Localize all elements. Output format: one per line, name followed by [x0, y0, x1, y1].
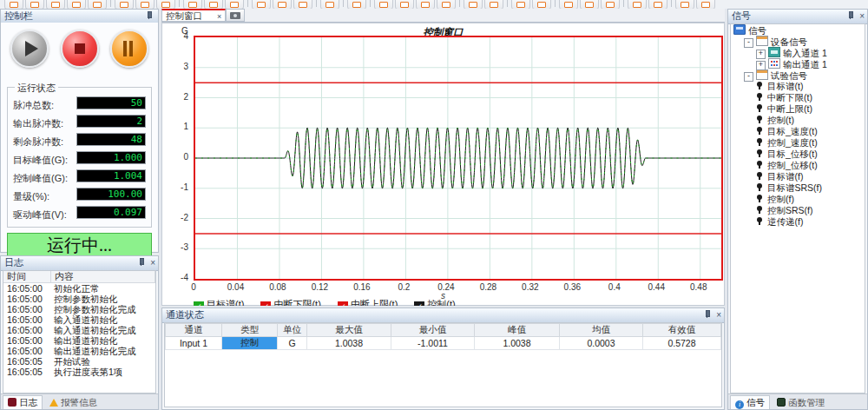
log-row[interactable]: 16:05:00初始化正常	[3, 283, 155, 294]
log-panel-title: 日志	[4, 257, 23, 268]
close-icon[interactable]: ×	[150, 258, 155, 268]
channel-status-title: 通道状态	[166, 309, 204, 320]
log-col-time[interactable]: 时间	[3, 271, 51, 282]
signal-panel-header: 信号 ×	[728, 10, 867, 24]
pin-icon[interactable]	[846, 11, 854, 19]
y-tick-label: 2	[166, 92, 188, 102]
tab-log[interactable]: 日志	[3, 395, 43, 409]
tree-item-input-channel-1[interactable]: +输入通道 1	[731, 47, 865, 58]
waveform-icon	[352, 2, 361, 8]
signal-icon	[756, 206, 765, 215]
stop-icon	[75, 43, 85, 54]
collapse-icon[interactable]: -	[744, 72, 753, 82]
tree-label: 控制_速度(t)	[767, 137, 818, 148]
col-min[interactable]: 最小值	[391, 324, 475, 337]
log-row[interactable]: 16:05:00输出通道初始化完成	[3, 346, 155, 356]
total-pulses-value: 50	[76, 96, 146, 109]
close-icon[interactable]: ×	[217, 11, 221, 22]
tree-item-target-srs-f[interactable]: 目标谱SRS(f)	[731, 182, 865, 194]
col-type[interactable]: 类型	[222, 324, 278, 337]
output-channel-icon	[768, 58, 780, 69]
function-manager-icon	[777, 398, 786, 407]
tree-root-signals[interactable]: 信号	[731, 24, 865, 36]
log-row[interactable]: 16:05:00控制参数初始化完成	[3, 304, 155, 314]
cell-mean: 0.0003	[560, 337, 643, 350]
signal-icon	[756, 138, 765, 147]
log-col-content[interactable]: 内容	[51, 271, 155, 282]
pause-button[interactable]	[110, 30, 148, 68]
stop-button[interactable]	[61, 30, 99, 68]
close-icon[interactable]: ×	[716, 310, 721, 321]
col-channel[interactable]: 通道	[166, 324, 222, 337]
tree-item-output-channel-1[interactable]: +输出通道 1	[731, 58, 865, 69]
log-time: 16:05:00	[3, 294, 50, 304]
toolbar-separator	[247, 0, 248, 7]
tree-item-control-t[interactable]: 控制(t)	[731, 115, 865, 126]
waveform-plot[interactable]	[194, 36, 723, 281]
log-time: 16:05:00	[3, 283, 50, 294]
log-content: 控制参数初始化完成	[50, 304, 155, 314]
folder-icon	[756, 69, 768, 80]
log-row[interactable]: 16:05:05执行进度表第1项	[3, 367, 155, 377]
col-rms[interactable]: 有效值	[643, 324, 721, 337]
tree-label: 控制_位移(t)	[767, 160, 818, 170]
clock-icon	[230, 2, 239, 8]
channel-table-header: 通道 类型 单位 最大值 最小值 峰值 均值 有效值	[166, 324, 721, 337]
log-content: 开始试验	[50, 356, 155, 367]
col-mean[interactable]: 均值	[560, 324, 643, 337]
log-row[interactable]: 16:05:00控制参数初始化	[3, 294, 155, 304]
control-bar-title: 控制栏	[4, 10, 33, 21]
pin-icon[interactable]	[145, 11, 153, 19]
close-icon[interactable]: ×	[859, 11, 865, 22]
tab-snapshot[interactable]	[226, 9, 245, 22]
tab-signal[interactable]: i信号	[730, 395, 770, 409]
tree-item-inverse-transfer-f[interactable]: 逆传递(f)	[731, 216, 865, 228]
tree-item-abort-lower-t[interactable]: 中断下限(t)	[731, 92, 865, 103]
tree-item-control-velocity-t[interactable]: 控制_速度(t)	[731, 137, 865, 149]
log-row[interactable]: 16:05:00输入通道初始化完成	[3, 325, 155, 335]
collapse-icon[interactable]: -	[744, 38, 753, 48]
play-button[interactable]	[10, 30, 49, 68]
tree-item-abort-upper-t[interactable]: 中断上限(t)	[731, 103, 865, 115]
list-style-1-icon	[257, 2, 266, 8]
col-unit[interactable]: 单位	[278, 324, 307, 337]
log-panel-tabstrip: 日志 报警信息	[1, 393, 158, 409]
play-icon	[25, 41, 38, 56]
tab-function-manager[interactable]: 函数管理	[773, 396, 829, 409]
log-row[interactable]: 16:05:00输出通道初始化	[3, 335, 155, 346]
toolbar-separator	[110, 0, 111, 7]
col-max[interactable]: 最大值	[307, 324, 391, 337]
tree-item-target-velocity-t[interactable]: 目标_速度(t)	[731, 126, 865, 137]
tree-item-control-f[interactable]: 控制(f)	[731, 194, 865, 205]
toolbar-separator	[671, 0, 672, 7]
tree-item-control-srs-f[interactable]: 控制SRS(f)	[731, 205, 865, 216]
log-row[interactable]: 16:05:05开始试验	[3, 356, 155, 367]
tree-item-control-displacement-t[interactable]: 控制_位移(t)	[731, 160, 865, 171]
tree-group-device-signals[interactable]: -设备信号	[731, 36, 865, 47]
new-icon	[10, 2, 18, 8]
tree-label: 目标_位移(t)	[767, 149, 818, 159]
channel-row[interactable]: Input 1 控制 G 1.0038 -1.0011 1.0038 0.000…	[166, 337, 721, 350]
tab-label: 日志	[19, 397, 37, 407]
tree-item-target-spectrum-t[interactable]: 目标谱(t)	[731, 81, 865, 92]
tree-label: 输出通道 1	[783, 59, 827, 69]
tree-label: 试验信号	[771, 70, 807, 81]
log-time: 16:05:00	[3, 304, 50, 314]
tree-group-test-signals[interactable]: -试验信号	[731, 69, 865, 81]
tree-item-target-spectrum-f[interactable]: 目标谱(f)	[731, 171, 865, 182]
signals-root-icon	[733, 24, 746, 35]
log-content: 输入通道初始化	[50, 314, 155, 325]
log-row[interactable]: 16:05:00输入通道初始化	[3, 314, 155, 325]
tree-item-target-displacement-t[interactable]: 目标_位移(t)	[731, 149, 865, 160]
pin-icon[interactable]	[703, 310, 711, 318]
document-tabbar: 控制窗口 ×	[161, 9, 725, 23]
tab-control-window[interactable]: 控制窗口 ×	[161, 9, 226, 22]
level-percent-value: 100.00	[76, 188, 146, 201]
col-peak[interactable]: 峰值	[475, 324, 560, 337]
tab-alarm-info[interactable]: 报警信息	[45, 396, 102, 409]
y-tick-label: -2	[166, 213, 188, 222]
tab-label: 函数管理	[788, 397, 825, 407]
log-time: 16:05:00	[3, 346, 50, 356]
pin-icon[interactable]	[137, 258, 145, 266]
toolbar-separator	[459, 0, 460, 7]
